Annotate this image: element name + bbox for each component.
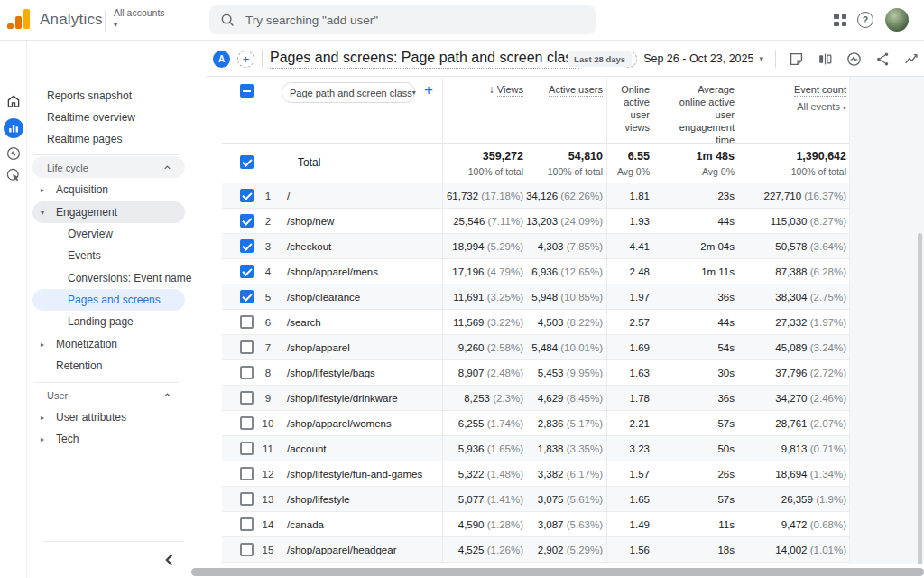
add-comparison-icon[interactable]: + (237, 51, 254, 68)
note-icon[interactable] (788, 51, 805, 68)
row-engagement-time: 57s (626, 494, 735, 505)
user-avatar[interactable] (885, 8, 909, 32)
sidebar-item-retention[interactable]: Retention (27, 355, 206, 377)
row-active-users: 3,382 (538, 469, 564, 480)
row-path: /shop/lifestyle/bags (287, 368, 375, 378)
row-active-users: 2,902 (538, 545, 564, 555)
row-event-count: 26,359 (781, 494, 813, 505)
section-divider (34, 154, 179, 155)
advertising-icon[interactable] (5, 167, 22, 183)
row-checkbox[interactable] (240, 290, 254, 303)
section-header-lifecycle[interactable]: Life cycle (27, 156, 206, 179)
row-event-count: 14,002 (775, 545, 807, 555)
sidebar-item-overview[interactable]: Overview (27, 223, 206, 245)
row-engagement-time: 36s (626, 292, 735, 303)
search-input[interactable] (245, 14, 570, 27)
table-row: 8 /shop/lifestyle/bags 8,907 (2.48%) 5,4… (222, 360, 849, 386)
search-bar[interactable] (209, 5, 596, 34)
section-header-user[interactable]: User (27, 384, 206, 406)
date-range-selector[interactable]: Sep 26 - Oct 23, 2025 ▾ (643, 52, 763, 65)
event-filter-dropdown[interactable]: All events ▾ (747, 100, 846, 115)
sidebar-item-landing-page[interactable]: Landing page (27, 311, 206, 332)
row-checkbox[interactable] (240, 214, 254, 228)
sidebar-item-user-attributes[interactable]: ▸ User attributes (27, 406, 206, 428)
row-event-count-pct: (0.71%) (810, 443, 846, 454)
row-event-count-pct: (8.27%) (810, 216, 846, 227)
sidebar-item-realtime-overview[interactable]: Realtime overview (27, 107, 206, 128)
row-path: /search (287, 317, 321, 328)
select-all-checkbox[interactable] (240, 84, 254, 98)
chevron-down-icon: ▾ (114, 20, 165, 31)
row-engagement-time: 44s (626, 317, 735, 328)
explore-icon[interactable] (845, 51, 863, 68)
table-row: 7 /shop/apparel 9,260 (2.58%) 5,484 (10.… (222, 335, 849, 360)
row-number: 8 (256, 368, 280, 378)
share-icon[interactable] (874, 51, 892, 68)
row-engagement-time: 23s (626, 191, 735, 201)
row-views: 61,732 (447, 191, 478, 201)
row-checkbox[interactable] (240, 543, 254, 556)
top-app-bar: Analytics All accounts ▾ ? (0, 0, 924, 41)
explore-icon[interactable] (5, 145, 22, 162)
row-checkbox[interactable] (240, 391, 254, 405)
property-avatar[interactable]: A (213, 51, 230, 68)
row-event-count: 28,761 (775, 418, 807, 429)
row-checkbox[interactable] (240, 265, 254, 278)
row-checkbox[interactable] (240, 416, 254, 430)
reports-icon[interactable] (4, 118, 23, 138)
dimension-selector[interactable]: Page path and screen class ▾ (282, 82, 415, 103)
analytics-logo-icon (11, 9, 32, 31)
account-selector[interactable]: All accounts ▾ (114, 7, 165, 31)
sidebar-item-events[interactable]: Events (27, 245, 206, 266)
row-checkbox[interactable] (240, 467, 254, 480)
column-header-online-active-user-views[interactable]: Online active user views (606, 83, 650, 134)
table-row: 9 /shop/lifestyle/drinkware 8,253 (2.3%)… (222, 386, 849, 411)
sidebar-item-monetization[interactable]: ▸ Monetization (27, 333, 206, 355)
row-event-count-pct: (2.72%) (810, 368, 846, 378)
row-active-users: 2,836 (538, 418, 564, 429)
help-icon[interactable]: ? (857, 12, 873, 28)
vertical-scrollbar[interactable] (918, 233, 922, 564)
row-path: /checkout (287, 241, 331, 252)
row-checkbox[interactable] (240, 492, 254, 506)
row-event-count-pct: (1.9%) (816, 494, 846, 505)
row-checkbox[interactable] (240, 189, 254, 202)
sidebar-item-acquisition[interactable]: ▸ Acquisition (27, 179, 206, 200)
column-header-event-count[interactable]: Event count All events ▾ (747, 83, 846, 115)
insights-icon[interactable] (903, 51, 920, 68)
row-number: 4 (256, 266, 280, 277)
sidebar-item-conversions[interactable]: Conversions: Event name (27, 267, 206, 289)
row-checkbox[interactable] (240, 517, 254, 531)
row-event-count: 9,472 (781, 519, 808, 530)
collapse-nav-icon[interactable] (161, 551, 179, 569)
row-checkbox[interactable] (240, 366, 254, 379)
apps-grid-icon[interactable] (834, 14, 846, 26)
row-checkbox[interactable] (240, 239, 254, 253)
row-event-count: 227,710 (764, 191, 802, 201)
column-header-active-users[interactable]: Active users (494, 83, 603, 96)
sidebar-item-pages-and-screens[interactable]: Pages and screens (27, 289, 206, 311)
column-header-avg-engagement-time[interactable]: Average online active user engagement ti… (670, 83, 735, 146)
row-checkbox[interactable] (240, 442, 254, 455)
row-path: /shop/lifestyle/drinkware (287, 393, 398, 404)
comparison-icon[interactable] (817, 51, 834, 68)
horizontal-scrollbar[interactable] (191, 568, 924, 576)
row-checkbox[interactable] (240, 340, 254, 354)
page-title[interactable]: Pages and screens: Page path and screen … (270, 50, 579, 69)
row-engagement-time: 57s (626, 418, 735, 429)
home-icon[interactable] (5, 93, 22, 109)
row-event-count-pct: (3.24%) (810, 342, 846, 353)
total-checkbox[interactable] (240, 155, 254, 169)
row-active-users: 5,453 (538, 368, 564, 378)
row-number: 10 (256, 418, 280, 429)
sidebar-item-reports-snapshot[interactable]: Reports snapshot (27, 85, 206, 107)
sidebar-item-tech[interactable]: ▸ Tech (27, 428, 206, 450)
totals-row: Total 359,272 100% of total 54,810 100% … (222, 143, 849, 183)
row-checkbox[interactable] (240, 315, 254, 329)
sidebar-item-realtime-pages[interactable]: Realtime pages (27, 128, 206, 150)
table-row: 12 /shop/lifestyle/fun-and-games 5,322 (… (222, 461, 849, 487)
sidebar-item-engagement[interactable]: ▾ Engagement (27, 201, 206, 223)
table-row: 4 /shop/apparel/mens 17,196 (4.79%) 6,93… (222, 259, 849, 284)
row-event-count: 38,304 (775, 292, 807, 303)
row-number: 9 (256, 393, 280, 404)
